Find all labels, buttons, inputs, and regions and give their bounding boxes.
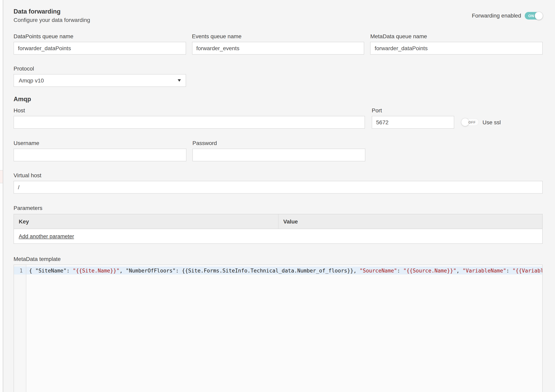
toggle-knob xyxy=(535,11,543,20)
forwarding-enabled-control: Forwarding enabled ON xyxy=(472,12,543,19)
host-label: Host xyxy=(14,107,365,114)
password-label: Password xyxy=(192,140,365,146)
datapoints-queue-label: DataPoints queue name xyxy=(14,33,186,39)
editor-gutter-border xyxy=(26,265,26,392)
parameters-label: Parameters xyxy=(14,205,543,211)
port-input[interactable] xyxy=(372,116,454,129)
virtual-host-field: Virtual host xyxy=(14,172,543,194)
virtual-host-label: Virtual host xyxy=(14,172,543,178)
events-queue-field: Events queue name xyxy=(192,33,364,55)
metadata-queue-field: MetaData queue name xyxy=(370,33,543,55)
port-label: Port xyxy=(372,107,454,114)
metadata-template-label: MetaData template xyxy=(14,256,543,262)
left-panel-highlighted-item xyxy=(0,170,3,183)
username-input[interactable] xyxy=(14,149,186,161)
main-content: Data forwarding Configure your data forw… xyxy=(14,0,543,392)
username-password-row: Username Password xyxy=(14,140,543,161)
data-forwarding-page: Data forwarding Configure your data forw… xyxy=(0,0,555,392)
metadata-queue-label: MetaData queue name xyxy=(370,33,543,39)
username-field: Username xyxy=(14,140,186,161)
parameters-key-header: Key xyxy=(14,214,278,229)
events-queue-label: Events queue name xyxy=(192,33,364,39)
parameters-table: Key Value Add another parameter xyxy=(14,214,543,244)
chevron-down-icon xyxy=(178,79,181,82)
password-input[interactable] xyxy=(192,149,365,161)
amqp-section-title: Amqp xyxy=(14,96,543,103)
toggle-knob xyxy=(461,118,469,126)
password-field: Password xyxy=(192,140,365,161)
username-label: Username xyxy=(14,140,186,146)
toggle-off-text: OFF xyxy=(468,120,476,124)
add-parameter-link[interactable]: Add another parameter xyxy=(19,233,74,239)
metadata-template-editor[interactable]: 1 { "SiteName": "{{Site.Name}}", "Number… xyxy=(14,265,543,392)
metadata-queue-input[interactable] xyxy=(370,42,543,55)
queue-fields-row: DataPoints queue name Events queue name … xyxy=(14,33,543,55)
page-header: Data forwarding Configure your data forw… xyxy=(14,8,543,23)
forwarding-enabled-label: Forwarding enabled xyxy=(472,12,521,19)
use-ssl-label: Use ssl xyxy=(482,119,501,125)
page-subtitle: Configure your data forwarding xyxy=(14,17,90,23)
host-port-row: Host Port OFF Use ssl xyxy=(14,107,543,129)
datapoints-queue-field: DataPoints queue name xyxy=(14,33,186,55)
parameters-value-header: Value xyxy=(278,214,542,229)
forwarding-enabled-toggle[interactable]: ON xyxy=(525,12,543,19)
toggle-on-text: ON xyxy=(528,14,534,18)
parameters-table-header: Key Value xyxy=(14,214,542,229)
left-panel-edge xyxy=(0,0,3,392)
parameters-table-row: Add another parameter xyxy=(14,229,542,243)
protocol-field: Protocol Amqp v10 xyxy=(14,65,186,87)
events-queue-input[interactable] xyxy=(192,42,364,55)
port-field: Port xyxy=(372,107,454,129)
protocol-select[interactable]: Amqp v10 xyxy=(14,74,186,87)
virtual-host-input[interactable] xyxy=(14,181,543,194)
page-title: Data forwarding xyxy=(14,8,90,15)
editor-code-line: { "SiteName": "{{Site.Name}}", "NumberOf… xyxy=(29,268,542,274)
protocol-selected-value: Amqp v10 xyxy=(19,77,44,84)
editor-line-number: 1 xyxy=(14,268,23,274)
protocol-label: Protocol xyxy=(14,65,186,72)
editor-gutter xyxy=(14,265,26,392)
datapoints-queue-input[interactable] xyxy=(14,42,186,55)
host-field: Host xyxy=(14,107,365,129)
use-ssl-control: OFF Use ssl xyxy=(461,118,501,126)
page-header-text: Data forwarding Configure your data forw… xyxy=(14,8,90,23)
host-input[interactable] xyxy=(14,116,365,129)
use-ssl-toggle[interactable]: OFF xyxy=(461,118,479,126)
